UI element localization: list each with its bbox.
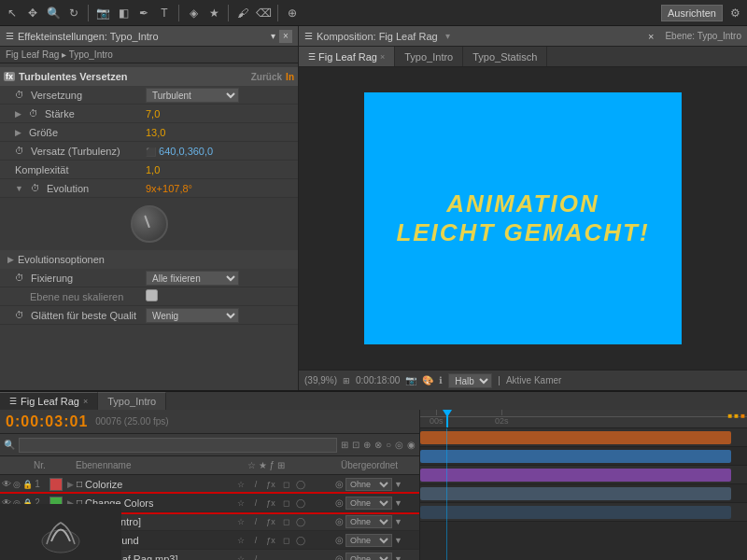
- layer-5-parent-dropdown[interactable]: Ohne: [345, 553, 392, 561]
- evolution-dial[interactable]: [131, 205, 168, 243]
- fixierung-clock-icon[interactable]: ⏱: [15, 273, 24, 283]
- groesse-expand-icon[interactable]: ▶: [15, 128, 21, 137]
- playhead[interactable]: [446, 410, 448, 427]
- controls-icon-2[interactable]: ⊡: [352, 440, 359, 450]
- track-bar-4[interactable]: [420, 487, 731, 500]
- komplexitaet-value[interactable]: 1,0: [146, 164, 290, 175]
- layer-2-solo-sw-icon[interactable]: /: [249, 497, 262, 510]
- layer-4-fx-icon[interactable]: ƒx: [264, 534, 277, 547]
- tool-star-icon[interactable]: ★: [205, 5, 222, 21]
- tool-zoom-icon[interactable]: 🔍: [45, 5, 62, 21]
- comp-snapshot-icon[interactable]: 📷: [405, 375, 416, 385]
- fixierung-dropdown[interactable]: Alle fixieren: [146, 271, 239, 286]
- tool-move-icon[interactable]: ✥: [24, 5, 41, 21]
- layer-2-parent-arrow[interactable]: ▼: [394, 498, 402, 508]
- controls-icon-6[interactable]: ◎: [395, 440, 403, 450]
- tab-typo-intro[interactable]: Typo_Intro: [395, 47, 463, 66]
- comp-quality-dropdown[interactable]: Halb: [448, 373, 492, 388]
- comp-info-icon[interactable]: ℹ: [439, 375, 443, 385]
- track-bar-3[interactable]: [420, 469, 731, 482]
- layer-2-quality-icon[interactable]: ◻: [279, 497, 292, 510]
- tool-arrow-icon[interactable]: ↖: [4, 5, 21, 21]
- layer-1-motion-icon[interactable]: ◯: [294, 478, 307, 491]
- staerke-clock-icon[interactable]: ⏱: [29, 108, 38, 119]
- controls-icon-1[interactable]: ⊞: [341, 440, 348, 450]
- workspace-icon[interactable]: ⚙: [726, 5, 743, 21]
- versetzung-dropdown[interactable]: Turbulent: [146, 88, 239, 103]
- back-label[interactable]: Zurück: [251, 72, 282, 82]
- layer-2-shy-icon[interactable]: ☆: [234, 497, 247, 510]
- evolution-clock-icon[interactable]: ⏱: [31, 183, 40, 193]
- effect-panel-close-button[interactable]: ×: [279, 30, 292, 43]
- layer-5-solo-sw-icon[interactable]: /: [249, 553, 262, 561]
- comp-fit-icon[interactable]: ⊞: [343, 376, 350, 385]
- versatz-clock-icon[interactable]: ⏱: [15, 146, 24, 156]
- layer-3-shy-icon[interactable]: ☆: [234, 515, 247, 528]
- controls-icon-4[interactable]: ⊗: [374, 440, 382, 450]
- time-display[interactable]: 0:00:03:01: [6, 413, 88, 430]
- comp-panel-menu[interactable]: ×: [648, 31, 654, 42]
- tab-typo-statisch[interactable]: Typo_Statisch: [463, 47, 547, 66]
- layer-2-parent-dropdown[interactable]: Ohne: [345, 497, 392, 510]
- tool-rotate-icon[interactable]: ↻: [65, 5, 82, 21]
- tool-layer-icon[interactable]: ◧: [115, 5, 132, 21]
- controls-icon-3[interactable]: ⊕: [363, 440, 371, 450]
- layer-4-parent-dropdown[interactable]: Ohne: [345, 534, 392, 547]
- comp-color-icon[interactable]: 🎨: [422, 375, 433, 385]
- groesse-value[interactable]: 13,0: [146, 127, 290, 138]
- layer-2-motion-icon[interactable]: ◯: [294, 497, 307, 510]
- layer-2-fx-icon[interactable]: ƒx: [264, 497, 277, 510]
- layer-3-quality-icon[interactable]: ◻: [279, 515, 292, 528]
- layer-search-input[interactable]: [19, 438, 337, 453]
- layer-1-expand-icon[interactable]: ▶: [67, 480, 74, 489]
- tool-pen-icon[interactable]: ✒: [135, 5, 152, 21]
- timeline-tab-close[interactable]: ×: [83, 397, 88, 406]
- tool-shape-icon[interactable]: ◈: [185, 5, 202, 21]
- tool-puppet-icon[interactable]: ⊕: [284, 5, 301, 21]
- effect-panel-menu-icon[interactable]: ▾: [271, 31, 275, 41]
- layer-1-solo-sw-icon[interactable]: /: [249, 478, 262, 491]
- evolution-expand-icon[interactable]: ▼: [15, 184, 23, 193]
- layer-5-parent-arrow[interactable]: ▼: [394, 554, 402, 561]
- timeline-tab-typo-intro[interactable]: Typo_Intro: [98, 392, 166, 410]
- track-bar-5[interactable]: [420, 506, 731, 519]
- versatz-value[interactable]: ⬛ 640,0,360,0: [146, 146, 290, 157]
- controls-icon-7[interactable]: ◉: [407, 440, 416, 450]
- layer-1-fx-icon[interactable]: ƒx: [264, 478, 277, 491]
- staerke-value[interactable]: 7,0: [146, 108, 290, 119]
- tool-type-icon[interactable]: T: [156, 5, 173, 21]
- layer-1-parent-dropdown[interactable]: Ohne: [345, 478, 392, 491]
- staerke-expand-icon[interactable]: ▶: [15, 109, 21, 119]
- layer-3-parent-arrow[interactable]: ▼: [394, 517, 402, 526]
- versetzung-clock-icon[interactable]: ⏱: [15, 90, 24, 100]
- layer-4-solo-sw-icon[interactable]: /: [249, 534, 262, 547]
- tool-camera-icon[interactable]: 📷: [94, 5, 111, 21]
- tool-paint-icon[interactable]: 🖌: [234, 5, 251, 21]
- layer-3-parent-dropdown[interactable]: Ohne: [345, 515, 392, 528]
- timeline-tab-fig-leaf-rag[interactable]: ☰ Fig Leaf Rag ×: [0, 392, 98, 410]
- search-dropdown-icon[interactable]: 🔍: [4, 440, 15, 450]
- tab-fig-leaf-rag[interactable]: ☰ Fig Leaf Rag ×: [299, 47, 395, 66]
- layer-1-quality-icon[interactable]: ◻: [279, 478, 292, 491]
- layer-1-parent-arrow[interactable]: ▼: [394, 480, 402, 489]
- controls-icon-5[interactable]: ○: [386, 440, 391, 450]
- layer-4-shy-icon[interactable]: ☆: [234, 534, 247, 547]
- layer-3-fx-icon[interactable]: ƒx: [264, 515, 277, 528]
- layer-4-parent-arrow[interactable]: ▼: [394, 536, 402, 545]
- ebene-neu-checkbox[interactable]: [146, 289, 158, 301]
- track-bar-2[interactable]: [420, 450, 731, 463]
- layer-3-solo-sw-icon[interactable]: /: [249, 515, 262, 528]
- tab-fig-leaf-rag-close[interactable]: ×: [380, 52, 385, 62]
- layer-5-shy-icon[interactable]: ☆: [234, 553, 247, 561]
- layer-1-shy-icon[interactable]: ☆: [234, 478, 247, 491]
- layer-1-eye-icon[interactable]: 👁: [2, 479, 11, 489]
- layer-4-quality-icon[interactable]: ◻: [279, 534, 292, 547]
- glaetten-dropdown[interactable]: Wenig: [146, 308, 239, 323]
- layer-1-solo-icon[interactable]: ◎: [13, 480, 21, 489]
- tool-eraser-icon[interactable]: ⌫: [255, 5, 272, 21]
- layer-4-motion-icon[interactable]: ◯: [294, 534, 307, 547]
- layer-1-color[interactable]: [49, 478, 63, 491]
- evolution-value[interactable]: 9x+107,8°: [146, 183, 290, 194]
- evolution-options-toggle[interactable]: ▶ Evolutionsoptionen: [0, 250, 298, 269]
- ausrichten-button[interactable]: Ausrichten: [661, 5, 723, 21]
